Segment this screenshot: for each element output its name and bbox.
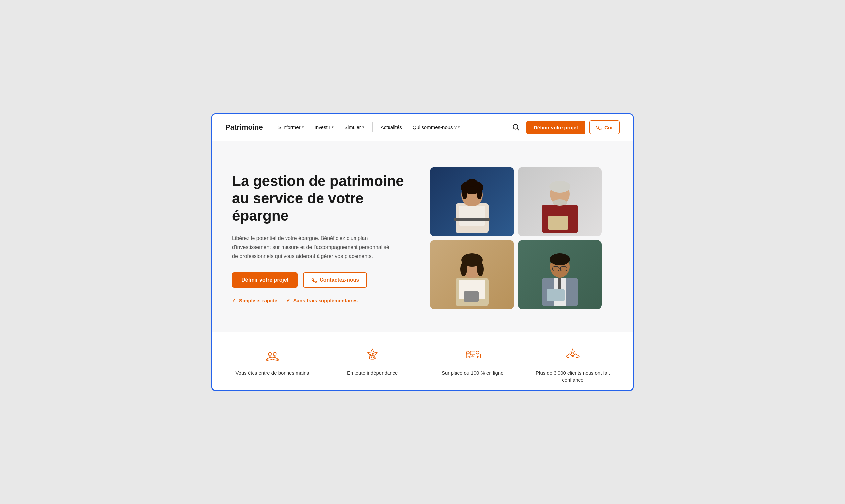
nav-right: Définir votre projet Cor [509, 120, 619, 134]
main-nav: S'informer ▾ Investir ▾ Simuler ▾ Actual… [273, 114, 509, 141]
nav-divider [372, 122, 373, 132]
svg-point-33 [273, 352, 276, 355]
online-icon [463, 346, 482, 365]
independence-icon [363, 346, 382, 365]
svg-rect-8 [459, 206, 485, 226]
nav-item-qui-sommes-nous[interactable]: Qui sommes-nous ? ▾ [407, 114, 465, 141]
young-woman-illustration [442, 240, 502, 306]
svg-point-6 [477, 187, 482, 199]
hero-section: La gestion de patrimoine au service de v… [212, 141, 633, 332]
hero-image-man-tablet [518, 240, 602, 309]
hero-image-man-book [518, 167, 602, 236]
stat-item-independance: En toute indépendance [326, 346, 420, 383]
hero-cta-button[interactable]: Définir votre projet [232, 272, 298, 288]
stat-item-online: Sur place ou 100 % en ligne [426, 346, 520, 383]
check-simple: Simple et rapide [232, 298, 277, 304]
stat-label-online: Sur place ou 100 % en ligne [442, 370, 504, 376]
clients-icon [563, 346, 583, 365]
stat-label-clients: Plus de 3 000 clients nous ont fait conf… [526, 370, 620, 383]
search-button[interactable] [509, 121, 523, 134]
man-book-illustration [530, 167, 589, 233]
chevron-down-icon: ▾ [302, 125, 304, 129]
nav-item-actualites[interactable]: Actualités [375, 114, 407, 141]
stat-label-bonnes-mains: Vous êtes entre de bonnes mains [235, 370, 309, 376]
hero-description: Libérez le potentiel de votre épargne. B… [232, 234, 390, 261]
logo[interactable]: Patrimoine [226, 123, 263, 132]
stats-bar: Vous êtes entre de bonnes mains En toute… [212, 332, 633, 390]
header: Patrimoine S'informer ▾ Investir ▾ Simul… [212, 114, 633, 141]
stat-label-independance: En toute indépendance [347, 370, 398, 376]
chevron-down-icon: ▾ [363, 125, 365, 129]
svg-point-27 [550, 253, 570, 265]
phone-icon [596, 124, 602, 130]
svg-point-19 [460, 262, 467, 276]
hero-title: La gestion de patrimoine au service de v… [232, 173, 417, 224]
svg-rect-31 [547, 289, 565, 302]
svg-point-20 [477, 262, 483, 276]
svg-rect-37 [371, 354, 372, 356]
browser-frame: Patrimoine S'informer ▾ Investir ▾ Simul… [211, 113, 634, 391]
chevron-down-icon: ▾ [458, 125, 460, 129]
nav-item-sinformer[interactable]: S'informer ▾ [273, 114, 309, 141]
stat-item-clients: Plus de 3 000 clients nous ont fait conf… [526, 346, 620, 383]
svg-point-7 [467, 179, 477, 187]
svg-rect-22 [464, 291, 479, 302]
stat-item-bonnes-mains: Vous êtes entre de bonnes mains [226, 346, 319, 383]
phone-icon [311, 277, 317, 283]
svg-rect-9 [454, 218, 490, 221]
svg-line-1 [517, 129, 519, 131]
svg-point-13 [552, 199, 567, 206]
nav-item-simuler[interactable]: Simuler ▾ [339, 114, 370, 141]
man-tablet-illustration [530, 240, 589, 306]
hero-image-young-woman [430, 240, 514, 309]
header-cta-button[interactable]: Définir votre projet [527, 121, 585, 134]
header-contact-button[interactable]: Cor [589, 120, 619, 134]
hero-buttons: Définir votre projet Contactez-nous [232, 272, 417, 288]
hero-image-grid [430, 167, 602, 309]
woman-laptop-illustration [442, 167, 502, 233]
hero-checks: Simple et rapide Sans frais supplémentai… [232, 298, 417, 304]
hero-image-woman-laptop [430, 167, 514, 236]
svg-point-32 [268, 352, 271, 355]
hero-contact-button[interactable]: Contactez-nous [303, 272, 367, 288]
hands-care-icon [262, 346, 282, 365]
hero-text: La gestion de patrimoine au service de v… [232, 173, 417, 304]
nav-item-investir[interactable]: Investir ▾ [309, 114, 339, 141]
svg-point-5 [462, 187, 468, 199]
svg-rect-41 [470, 351, 475, 355]
check-frais: Sans frais supplémentaires [286, 298, 358, 304]
chevron-down-icon: ▾ [332, 125, 334, 129]
svg-point-12 [549, 181, 570, 193]
